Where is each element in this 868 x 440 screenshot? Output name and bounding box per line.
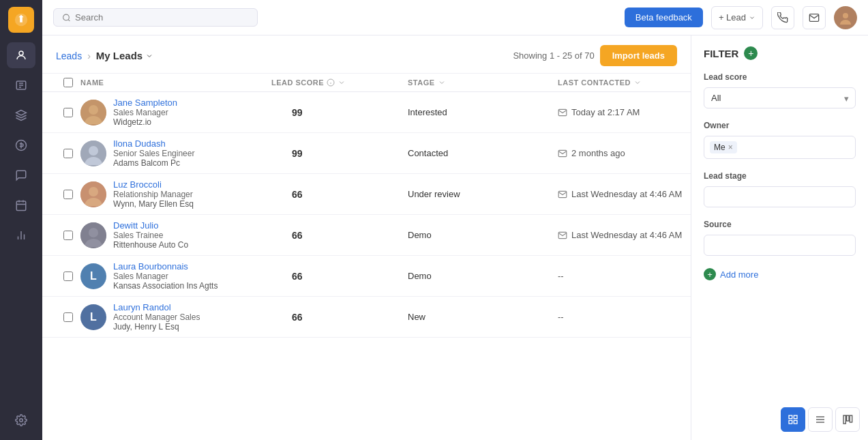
table-body: Jane Sampleton Sales Manager Widgetz.io … [42, 92, 691, 440]
sidebar-item-contacts[interactable] [7, 72, 35, 98]
lead-info: Ilona Dudash Senior Sales Engineer Adams… [80, 138, 271, 168]
table-row[interactable]: Dewitt Julio Sales Trainee Rittenhouse A… [42, 215, 691, 256]
table-header: NAME LEAD SCORE STAGE LAST CONTACTED [42, 74, 691, 92]
select-all-input[interactable] [63, 78, 73, 87]
lead-stage: Contacted [408, 148, 558, 158]
row-select-input[interactable] [63, 272, 73, 281]
row-checkbox[interactable] [56, 190, 80, 199]
table-row[interactable]: Ilona Dudash Senior Sales Engineer Adams… [42, 133, 691, 174]
avatar [80, 100, 106, 126]
row-checkbox[interactable] [56, 312, 80, 322]
filter-lead-score-wrapper[interactable]: All [704, 87, 856, 108]
svg-rect-7 [16, 201, 26, 211]
lead-name[interactable]: Jane Sampleton [113, 98, 177, 108]
lead-stage: New [408, 312, 558, 322]
table-row[interactable]: Luz Broccoli Relationship Manager Wynn, … [42, 174, 691, 215]
row-select-input[interactable] [63, 149, 73, 158]
phone-icon[interactable] [771, 6, 794, 29]
email-contact-icon [558, 108, 567, 117]
filter-source-input[interactable] [704, 235, 856, 256]
col-header-name: NAME [80, 78, 271, 87]
filter-owner-label: Owner [704, 121, 856, 130]
last-contacted: Last Wednesday at 4:46 AM [558, 230, 691, 240]
row-select-input[interactable] [63, 190, 73, 199]
app-logo[interactable] [8, 7, 34, 33]
lead-info: Luz Broccoli Relationship Manager Wynn, … [80, 179, 271, 209]
breadcrumb-leads-link[interactable]: Leads [56, 50, 82, 61]
select-all-checkbox[interactable] [56, 78, 80, 87]
lead-name[interactable]: Lauryn Randol [113, 302, 200, 312]
search-input[interactable] [75, 12, 249, 23]
sidebar-item-calendar[interactable] [7, 192, 35, 218]
add-more-filter-button[interactable]: + Add more [704, 268, 856, 280]
lead-name[interactable]: Luz Broccoli [113, 179, 194, 190]
lead-role: Relationship Manager [113, 190, 194, 199]
svg-point-20 [89, 105, 98, 115]
lead-name[interactable]: Ilona Dudash [113, 138, 194, 149]
filter-owner-tags[interactable]: Me × [704, 136, 856, 159]
filter-lead-score-select[interactable]: All [704, 87, 856, 108]
sort-view-button[interactable] [808, 407, 833, 432]
sidebar-item-chat[interactable] [7, 162, 35, 188]
search-box[interactable] [53, 8, 258, 27]
row-select-input[interactable] [63, 108, 73, 117]
svg-rect-30 [794, 420, 797, 424]
add-more-label: Add more [720, 269, 758, 280]
sidebar-item-settings[interactable] [7, 407, 35, 433]
table-row[interactable]: L Laura Bourbonnais Sales Manager Kansas… [42, 256, 691, 297]
sidebar-item-reports[interactable] [7, 222, 35, 248]
lead-role: Senior Sales Engineer [113, 149, 194, 158]
table-area: Leads › My Leads Showing 1 - 25 of 70 Im… [42, 35, 691, 440]
info-icon [327, 78, 335, 87]
table-row[interactable]: L Lauryn Randol Account Manager Sales Ju… [42, 297, 691, 338]
filter-title: FILTER [704, 48, 738, 59]
svg-rect-27 [789, 415, 792, 419]
svg-rect-35 [847, 415, 849, 421]
row-select-input[interactable] [63, 231, 73, 240]
row-checkbox[interactable] [56, 149, 80, 158]
import-leads-button[interactable]: Import leads [600, 45, 677, 66]
kanban-view-button[interactable] [835, 407, 860, 432]
filter-lead-stage-section: Lead stage [704, 171, 856, 207]
main-content: Beta feedback + Lead [42, 0, 868, 440]
row-select-input[interactable] [63, 312, 73, 322]
lead-details: Ilona Dudash Senior Sales Engineer Adams… [113, 138, 194, 168]
sidebar-item-deals[interactable] [7, 102, 35, 128]
grid-view-button[interactable] [781, 407, 805, 432]
lead-info: Jane Sampleton Sales Manager Widgetz.io [80, 98, 271, 127]
filter-source-label: Source [704, 220, 856, 229]
row-checkbox[interactable] [56, 272, 80, 281]
user-avatar[interactable] [834, 6, 857, 29]
lead-name[interactable]: Dewitt Julio [113, 220, 188, 231]
lead-score: 66 [271, 312, 408, 323]
row-checkbox[interactable] [56, 108, 80, 117]
avatar [80, 181, 106, 207]
lead-company: Kansas Association Ins Agtts [113, 281, 218, 291]
bottom-toolbar [781, 407, 860, 432]
breadcrumb-current[interactable]: My Leads [96, 50, 153, 61]
col-header-contacted[interactable]: LAST CONTACTED [558, 78, 691, 87]
lead-company: Judy, Henry L Esq [113, 322, 200, 332]
lead-details: Lauryn Randol Account Manager Sales Judy… [113, 302, 200, 332]
add-lead-button[interactable]: + Lead [711, 6, 763, 29]
filter-lead-stage-input[interactable] [704, 186, 856, 207]
filter-add-icon[interactable]: + [744, 46, 758, 60]
lead-company: Adams Balcom Pc [113, 158, 194, 168]
email-icon[interactable] [803, 6, 826, 29]
table-row[interactable]: Jane Sampleton Sales Manager Widgetz.io … [42, 92, 691, 133]
svg-point-24 [89, 187, 98, 196]
avatar: L [80, 304, 106, 330]
owner-tag-remove[interactable]: × [728, 143, 733, 152]
lead-details: Dewitt Julio Sales Trainee Rittenhouse A… [113, 220, 188, 250]
lead-name[interactable]: Laura Bourbonnais [113, 261, 218, 272]
svg-rect-36 [850, 415, 852, 422]
lead-stage: Under review [408, 189, 558, 199]
last-contacted: -- [558, 271, 691, 281]
sidebar-item-leads[interactable] [7, 42, 35, 68]
sidebar-item-revenue[interactable] [7, 132, 35, 158]
beta-feedback-button[interactable]: Beta feedback [625, 8, 703, 27]
col-header-stage[interactable]: STAGE [408, 78, 558, 87]
row-checkbox[interactable] [56, 231, 80, 240]
col-header-score[interactable]: LEAD SCORE [271, 78, 408, 87]
sort-icon [338, 78, 346, 87]
